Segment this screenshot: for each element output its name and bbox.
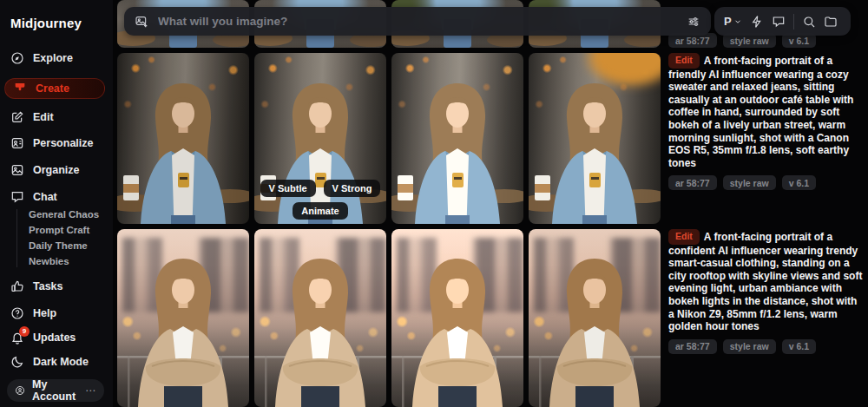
fast-mode-button[interactable] [750, 15, 764, 29]
sidebar-item-dark-mode[interactable]: Dark Mode [10, 352, 106, 371]
chat-channel-daily-theme[interactable]: Daily Theme [29, 240, 106, 252]
generated-image[interactable] [254, 229, 386, 407]
sidebar-item-label: Tasks [33, 280, 63, 292]
chat-icon [10, 190, 24, 204]
gallery-row-cafe: V Subtle V Strong Animate [117, 53, 661, 224]
account-label: My Account [32, 378, 78, 403]
compass-icon [10, 51, 24, 65]
vary-strong-button[interactable]: V Strong [324, 180, 381, 197]
generated-image[interactable] [117, 229, 249, 407]
gallery-icon [10, 163, 24, 177]
prompt-bar [124, 7, 711, 36]
plan-menu-button[interactable]: P [724, 15, 742, 28]
person-illustration [529, 229, 661, 407]
sidebar: Midjourney Explore Create Edit Personali… [0, 0, 113, 407]
prompt-text[interactable]: EditA front-facing portrait of a confide… [668, 229, 865, 333]
sidebar-item-label: Organize [33, 164, 80, 176]
job-details: EditA front-facing portrait of a confide… [668, 229, 865, 354]
sidebar-item-explore[interactable]: Explore [10, 49, 106, 68]
generated-image[interactable] [117, 53, 249, 224]
user-avatar-icon [15, 384, 25, 397]
sidebar-item-personalize[interactable]: Personalize [10, 135, 106, 153]
sidebar-item-tasks[interactable]: Tasks [10, 278, 106, 296]
plan-label: P [724, 15, 732, 28]
app-logo[interactable]: Midjourney [10, 16, 106, 30]
prompt-body[interactable]: A front-facing portrait of a friendly AI… [668, 55, 853, 169]
chat-bubble-icon [772, 15, 786, 29]
sidebar-item-create[interactable]: Create [4, 78, 105, 99]
generated-image[interactable] [529, 53, 661, 224]
sidebar-item-chat[interactable]: Chat [10, 187, 106, 206]
prompt-text[interactable]: EditA front-facing portrait of a friendl… [668, 53, 865, 169]
style-raw-tag[interactable]: style raw [723, 175, 776, 190]
folder-icon [824, 15, 838, 29]
generated-image[interactable] [529, 229, 661, 407]
vary-subtle-button[interactable]: V Subtle [260, 180, 316, 197]
chat-channel-prompt-craft[interactable]: Prompt Craft [29, 225, 106, 236]
account-more-icon[interactable]: ⋯ [85, 384, 96, 397]
person-illustration [117, 229, 249, 407]
sidebar-item-edit[interactable]: Edit [10, 108, 106, 126]
sidebar-item-label: Chat [33, 191, 57, 203]
help-icon [10, 306, 24, 320]
divider [793, 14, 794, 30]
person-illustration [529, 53, 661, 224]
generated-image[interactable] [391, 229, 523, 407]
moon-icon [10, 355, 24, 369]
gallery-row-rooftop [117, 229, 661, 407]
person-illustration [254, 229, 386, 407]
animate-button[interactable]: Animate [293, 202, 347, 220]
version-tag[interactable]: v 6.1 [782, 339, 816, 354]
aspect-ratio-tag[interactable]: ar 58:77 [668, 175, 717, 190]
sidebar-item-label: Updates [33, 332, 76, 344]
lightning-icon [750, 15, 764, 29]
personalize-icon [10, 136, 24, 150]
thumbs-up-icon [10, 279, 24, 293]
edit-button[interactable]: Edit [668, 229, 700, 245]
prompt-body[interactable]: A front-facing portrait of a confident A… [668, 231, 862, 332]
image-hover-actions: V Subtle V Strong Animate [254, 180, 386, 220]
sidebar-item-help[interactable]: Help [10, 305, 106, 323]
edit-button[interactable]: Edit [668, 53, 700, 69]
job-tags: ar 58:77 style raw v 6.1 [668, 175, 865, 190]
sliders-icon [687, 15, 700, 29]
search-icon [802, 15, 816, 29]
prompt-input[interactable] [158, 15, 687, 28]
settings-sliders-button[interactable] [687, 15, 700, 29]
my-account-button[interactable]: My Account ⋯ [7, 379, 104, 402]
generated-image[interactable]: V Subtle V Strong Animate [254, 53, 386, 224]
main-content: ar 58:77 style raw v 6.1 V Subtle V Stro… [113, 0, 868, 407]
chat-channel-newbies[interactable]: Newbies [29, 256, 106, 267]
job-details: EditA front-facing portrait of a friendl… [668, 53, 865, 190]
brush-icon [13, 82, 27, 95]
search-button[interactable] [802, 15, 816, 29]
chevron-down-icon [733, 17, 742, 26]
sidebar-item-updates[interactable]: 9 Updates [10, 329, 106, 347]
person-illustration [391, 53, 523, 224]
folders-button[interactable] [824, 15, 838, 29]
sidebar-item-label: Edit [33, 111, 54, 123]
top-bar: P [113, 0, 868, 42]
updates-count-badge: 9 [19, 326, 30, 337]
sidebar-item-label: Explore [33, 52, 73, 64]
sidebar-item-label: Help [33, 307, 56, 319]
person-illustration [117, 53, 249, 224]
pencil-icon [10, 110, 24, 124]
version-tag[interactable]: v 6.1 [782, 175, 816, 190]
image-plus-icon[interactable] [135, 15, 148, 29]
job-tags: ar 58:77 style raw v 6.1 [668, 339, 865, 354]
top-actions: P [714, 7, 851, 36]
sidebar-item-label: Dark Mode [33, 356, 89, 368]
generated-image[interactable] [391, 53, 523, 224]
chat-channel-list: General Chaos Prompt Craft Daily Theme N… [16, 209, 106, 267]
style-raw-tag[interactable]: style raw [723, 339, 776, 354]
person-illustration [391, 229, 523, 407]
aspect-ratio-tag[interactable]: ar 58:77 [668, 339, 717, 354]
feedback-chat-button[interactable] [772, 15, 786, 29]
sidebar-item-organize[interactable]: Organize [10, 161, 106, 180]
sidebar-item-label: Create [36, 82, 69, 95]
chat-channel-general-chaos[interactable]: General Chaos [29, 209, 106, 220]
sidebar-item-label: Personalize [33, 137, 93, 149]
